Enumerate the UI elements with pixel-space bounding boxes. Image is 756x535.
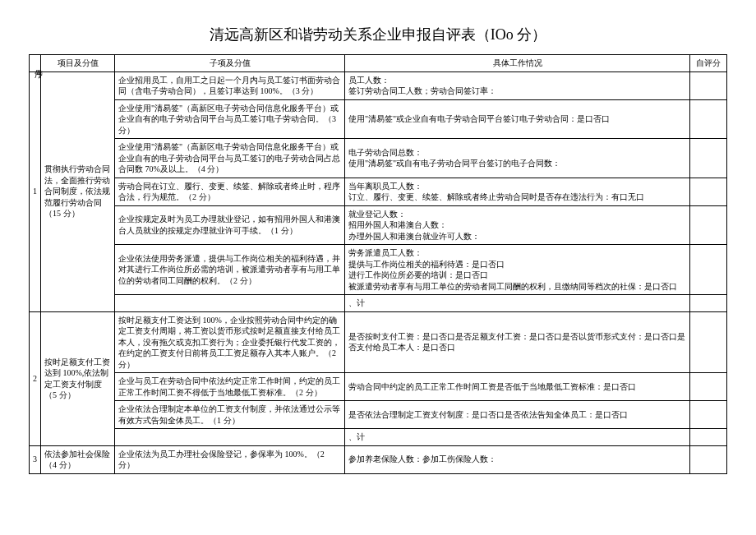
work-cell: 员工人数： 签订劳动合同工人数；劳动合同签订率：	[345, 71, 690, 99]
work-cell: 、计	[345, 295, 690, 312]
header-score: 自评分	[690, 55, 727, 72]
work-cell: 是否按时支付工资：是口否口是否足额支付工资：是口否口是否以货币形式支付：是口否口…	[345, 311, 690, 373]
work-cell: 使用"清易签"或企业自有电子劳动合同平台签订电子劳动合同：是口否口	[345, 99, 690, 139]
table-row: 企业依法使用劳务派遣，提供与工作岗位相关的福利待遇，并对其进行工作岗位所必需的培…	[30, 245, 727, 295]
score-cell[interactable]	[690, 178, 727, 205]
page-title: 清远高新区和谐劳动关系企业申报自评表（IOo 分）	[29, 25, 727, 44]
seq-cell: 2	[30, 311, 41, 445]
work-cell: 是否依法合理制定工资支付制度：是口否口是否依法告知全体员工：是口否口	[345, 401, 690, 429]
subitem-cell: 企业依法使用劳务派遣，提供与工作岗位相关的福利待遇，并对其进行工作岗位所必需的培…	[115, 245, 345, 295]
table-row: 、计	[30, 295, 727, 312]
score-cell[interactable]	[690, 295, 727, 312]
seq-cell: 3	[30, 445, 41, 473]
evaluation-table: 序号 项目及分值 子项及分值 具体工作情况 自评分 1贯彻执行劳动合同法，全面推…	[29, 54, 727, 474]
work-cell: 就业登记人数： 招用外国人和港澳台人数： 办理外国人和港澳台就业许可人数：	[345, 205, 690, 245]
seq-cell: 1	[30, 71, 41, 311]
subitem-cell: 企业使用"清易签"（高新区电子劳动合同信息化服务平台）或企业自有的电子劳动合同平…	[115, 99, 345, 139]
score-cell[interactable]	[690, 429, 727, 446]
score-cell[interactable]	[690, 311, 727, 373]
table-row: 企业使用"清易签"（高新区电子劳动合同信息化服务平台）或企业自有的电子劳动合同平…	[30, 139, 727, 178]
project-cell: 贯彻执行劳动合同法，全面推行劳动合同制度，依法规范履行劳动合同（15 分）	[41, 71, 115, 311]
header-subitem: 子项及分值	[115, 55, 345, 72]
subitem-cell: 企业依法合理制定本单位的工资支付制度，并依法通过公示等有效方式告知全体员工。（1…	[115, 401, 345, 429]
table-row: 企业与员工在劳动合同中依法约定正常工作时间，约定的员工正常工作时间工资不得低于当…	[30, 373, 727, 401]
subitem-cell: 企业使用"清易签"（高新区电子劳动合同信息化服务平台）或企业自有的电子劳动合同平…	[115, 139, 345, 178]
score-cell[interactable]	[690, 401, 727, 429]
table-row: 劳动合同在订立、履行、变更、续签、解除或者终止时，程序合法，行为规范。（2 分）…	[30, 178, 727, 205]
table-row: 1贯彻执行劳动合同法，全面推行劳动合同制度，依法规范履行劳动合同（15 分）企业…	[30, 71, 727, 99]
score-cell[interactable]	[690, 139, 727, 178]
table-row: 2按时足额支付工资达到 100%,依法制定工资支付制度（5 分）按时足额支付工资…	[30, 311, 727, 373]
header-work: 具体工作情况	[345, 55, 690, 72]
header-seq: 序号	[30, 55, 41, 72]
table-row: 企业使用"清易签"（高新区电子劳动合同信息化服务平台）或企业自有的电子劳动合同平…	[30, 99, 727, 139]
score-cell[interactable]	[690, 99, 727, 139]
subitem-cell: 按时足额支付工资达到 100%，企业按照劳动合同中约定的确定工资支付周期，将工资…	[115, 311, 345, 373]
subitem-cell: 企业招用员工，自用工之日起一个月内与员工签订书面劳动合同（含电子劳动合同），且签…	[115, 71, 345, 99]
subitem-cell: 企业按规定及时为员工办理就业登记，如有招用外国人和港澳台人员就业的按规定办理就业…	[115, 205, 345, 245]
score-cell[interactable]	[690, 373, 727, 401]
table-row: 、计	[30, 429, 727, 446]
score-cell[interactable]	[690, 445, 727, 473]
work-cell: 当年离职员工人数： 订立、履行、变更、续签、解除或者终止劳动合同时是否存在违法行…	[345, 178, 690, 205]
score-cell[interactable]	[690, 71, 727, 99]
score-cell[interactable]	[690, 205, 727, 245]
work-cell: 劳动合同中约定的员工正常工作时间工资是否低于当地最低工资标准：是口否口	[345, 373, 690, 401]
project-cell: 依法参加社会保险（4 分）	[41, 445, 115, 473]
table-row: 企业依法合理制定本单位的工资支付制度，并依法通过公示等有效方式告知全体员工。（1…	[30, 401, 727, 429]
work-cell: 电子劳动合同总数： 使用"清易签"或自有电子劳动合同平台签订的电子合同数：	[345, 139, 690, 178]
work-cell: 、计	[345, 429, 690, 446]
project-cell: 按时足额支付工资达到 100%,依法制定工资支付制度（5 分）	[41, 311, 115, 445]
subitem-cell: 劳动合同在订立、履行、变更、续签、解除或者终止时，程序合法，行为规范。（2 分）	[115, 178, 345, 205]
table-row: 3依法参加社会保险（4 分）企业依法为员工办理社会保险登记，参保率为 100%。…	[30, 445, 727, 473]
subitem-cell	[115, 295, 345, 312]
work-cell: 劳务派遣员工人数： 提供与工作岗位相关的福利待遇：是口否口 进行工作岗位所必要的…	[345, 245, 690, 295]
subitem-cell: 企业依法为员工办理社会保险登记，参保率为 100%。（2 分）	[115, 445, 345, 473]
score-cell[interactable]	[690, 245, 727, 295]
subitem-cell: 企业与员工在劳动合同中依法约定正常工作时间，约定的员工正常工作时间工资不得低于当…	[115, 373, 345, 401]
subitem-cell	[115, 429, 345, 446]
table-row: 企业按规定及时为员工办理就业登记，如有招用外国人和港澳台人员就业的按规定办理就业…	[30, 205, 727, 245]
work-cell: 参加养老保险人数：参加工伤保险人数：	[345, 445, 690, 473]
header-project: 项目及分值	[41, 55, 115, 72]
